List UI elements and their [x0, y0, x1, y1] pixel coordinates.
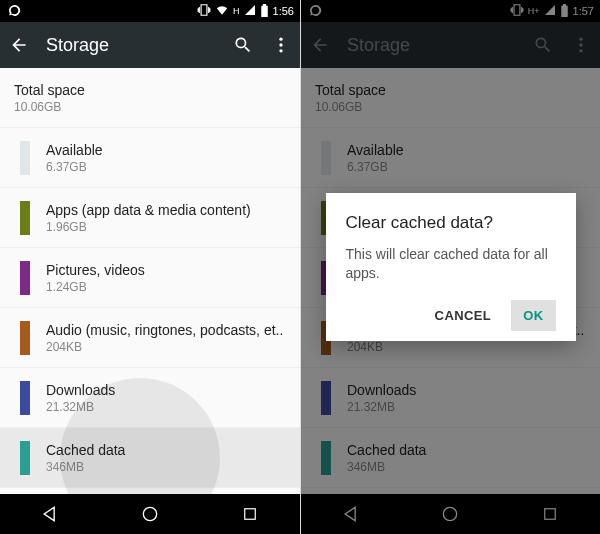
svg-point-3 [143, 507, 156, 520]
item-value: 1.96GB [46, 220, 286, 234]
total-space-row: Total space 10.06GB [0, 68, 300, 128]
page-title: Storage [46, 35, 216, 56]
signal-icon [244, 4, 256, 18]
nav-bar [0, 494, 300, 534]
cancel-button[interactable]: CANCEL [423, 300, 504, 331]
svg-point-0 [279, 38, 282, 41]
item-label: Pictures, videos [46, 262, 286, 278]
svg-point-2 [279, 49, 282, 52]
storage-item-apps[interactable]: Apps (app data & media content) 1.96GB [0, 188, 300, 248]
dialog-actions: CANCEL OK [346, 300, 556, 331]
status-bar: H 1:56 [0, 0, 300, 22]
item-label: Cached data [46, 442, 286, 458]
phone-left: H 1:56 Storage Total space 10.06GB [0, 0, 300, 534]
swatch-icon [20, 141, 30, 175]
search-icon[interactable] [232, 34, 254, 56]
storage-item-pictures[interactable]: Pictures, videos 1.24GB [0, 248, 300, 308]
item-value: 346MB [46, 460, 286, 474]
clock: 1:56 [273, 5, 294, 17]
swatch-icon [20, 261, 30, 295]
wifi-icon [215, 3, 229, 19]
svg-rect-4 [245, 509, 256, 520]
item-value: 6.37GB [46, 160, 286, 174]
swatch-icon [20, 321, 30, 355]
overflow-icon[interactable] [270, 34, 292, 56]
swatch-icon [20, 201, 30, 235]
storage-item-available[interactable]: Available 6.37GB [0, 128, 300, 188]
whatsapp-icon [8, 4, 21, 19]
nav-back-icon[interactable] [37, 501, 63, 527]
nav-home-icon[interactable] [137, 501, 163, 527]
swatch-icon [20, 381, 30, 415]
item-value: 21.32MB [46, 400, 286, 414]
phone-right: H+ 1:57 Storage Total space 10.06GB [300, 0, 600, 534]
dialog-title: Clear cached data? [346, 213, 556, 233]
item-value: 1.24GB [46, 280, 286, 294]
ok-button[interactable]: OK [511, 300, 555, 331]
item-label: Audio (music, ringtones, podcasts, et.. [46, 322, 286, 338]
network-type: H [233, 6, 240, 16]
dialog-scrim[interactable]: Clear cached data? This will clear cache… [301, 0, 600, 534]
storage-item-cached[interactable]: Cached data 346MB [0, 428, 300, 488]
item-label: Apps (app data & media content) [46, 202, 286, 218]
item-label: Downloads [46, 382, 286, 398]
storage-item-downloads[interactable]: Downloads 21.32MB [0, 368, 300, 428]
battery-icon [260, 4, 269, 19]
app-bar: Storage [0, 22, 300, 68]
swatch-icon [20, 441, 30, 475]
back-icon[interactable] [8, 34, 30, 56]
vibrate-icon [197, 3, 211, 19]
dialog-body: This will clear cached data for all apps… [346, 245, 556, 283]
nav-recent-icon[interactable] [237, 501, 263, 527]
item-value: 204KB [46, 340, 286, 354]
clear-cache-dialog: Clear cached data? This will clear cache… [326, 193, 576, 342]
item-label: Available [46, 142, 286, 158]
storage-item-audio[interactable]: Audio (music, ringtones, podcasts, et.. … [0, 308, 300, 368]
total-value: 10.06GB [14, 100, 286, 114]
svg-point-1 [279, 43, 282, 46]
storage-list: Total space 10.06GB Available 6.37GB App… [0, 68, 300, 494]
total-label: Total space [14, 82, 286, 98]
